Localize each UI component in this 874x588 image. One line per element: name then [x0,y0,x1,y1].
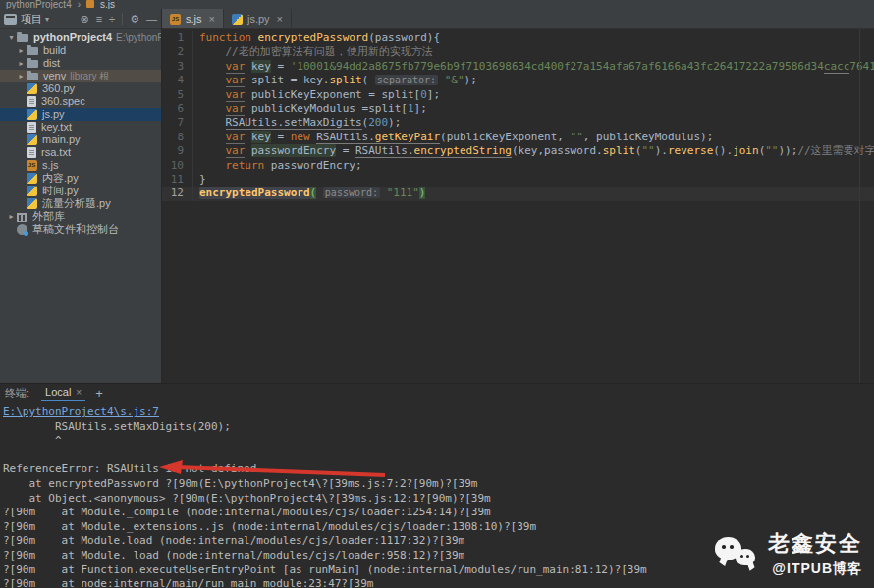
code-line: 5 var publicKeyExponent = split[0]; [162,88,874,102]
line-number: 11 [162,173,193,187]
python-icon [27,109,37,120]
terminal-line: E:\pythonProject4\s.js:7 [3,405,874,420]
tree-item-main-py[interactable]: main.py [0,134,161,146]
locate-file-icon[interactable]: ⊗ [80,14,88,25]
chevron-icon[interactable]: ▾ [6,31,17,44]
tree-item-label: 360.spec [41,95,85,108]
editor-area: s.js×js.py× 1function encryptedPassword(… [162,9,874,383]
tab-s-js[interactable]: s.js× [162,9,224,28]
tree-item-label: pythonProject4 [33,31,112,44]
line-number: 3 [162,60,193,74]
tree-item-path: E:\pythonProject4 [116,31,161,44]
line-number: 10 [162,159,193,173]
breadcrumb-project[interactable]: pythonProject4 [6,0,72,9]
terminal-line: ?[90m at node:internal/main/run_main_mod… [3,577,874,588]
file-icon [27,122,36,133]
libs-icon [17,213,27,222]
tree-item-rsa-txt[interactable]: rsa.txt [0,146,161,159]
code-line: 7 RSAUtils.setMaxDigits(200); [162,116,874,130]
breadcrumb-separator-icon: › [78,0,81,9]
python-icon [27,134,37,145]
line-number: 6 [162,102,193,116]
code-text: } [193,173,206,187]
tree-item-js-py[interactable]: js.py [0,108,161,121]
chevron-icon[interactable]: ▸ [16,44,27,57]
tree-item-external-libraries[interactable]: ▸外部库 [0,210,161,223]
code-line: 12encryptedPassword( password: "111") [162,187,874,200]
breadcrumb-file[interactable]: s.js [100,0,115,9]
code-line: 3 var key = '10001&94dd2a8675fb779e6b9f7… [162,60,874,74]
terminal-line: ?[90m at Module._compile (node:internal/… [3,506,874,520]
window-breadcrumb-bar: pythonProject4 › s.js [0,0,874,9]
chevron-down-icon[interactable]: ▾ [45,15,49,24]
tree-item-traffic-analysis-py[interactable]: 流量分析题.py [0,197,161,210]
wechat-icon [715,535,758,572]
tab-label: s.js [186,13,202,25]
close-icon[interactable]: × [277,13,283,25]
settings-gear-icon[interactable]: ⚙ [130,14,139,25]
tree-item-key-txt[interactable]: key.txt [0,121,161,134]
project-panel-title[interactable]: 项目 [21,12,42,27]
code-text: var publicKeyExponent = split[0]; [193,88,440,102]
folder-icon [27,60,38,68]
tree-item-scratches[interactable]: 草稿文件和控制台 [0,223,161,236]
close-icon[interactable]: × [76,387,82,398]
line-number: 5 [162,88,193,102]
terminal-tool-window: 终端: Local × + E:\pythonProject4\s.js:7 R… [0,383,874,588]
line-number: 12 [162,187,193,200]
chevron-icon[interactable]: ▸ [16,70,27,82]
tree-item-label: 内容.py [42,172,79,185]
watermark-subtitle: @ITPUB博客 [768,561,862,578]
tree-item-root[interactable]: ▾pythonProject4E:\pythonProject4 [0,31,161,44]
python-icon [27,173,37,184]
new-terminal-button[interactable]: + [95,386,103,401]
tree-item-label: s.js [42,159,59,172]
code-text: var publicKeyModulus =split[1]; [193,102,427,116]
tree-item-dist[interactable]: ▸dist [0,57,161,70]
tree-item-s-js[interactable]: s.js [0,159,161,172]
right-margin-guide [859,29,860,383]
code-text: var passwordEncry = RSAUtils.encryptedSt… [193,144,874,158]
tree-item-label: 草稿文件和控制台 [32,223,119,236]
collapse-all-icon[interactable]: ÷ [109,14,115,25]
terminal-line: ^ [3,434,874,449]
project-tool-window: 项目 ▾ ⊗≡÷⚙— ▾pythonProject4E:\pythonProje… [0,9,162,383]
tab-js-py[interactable]: js.py× [224,9,292,28]
line-number: 7 [162,116,193,130]
code-editor[interactable]: 1function encryptedPassword(password){2 … [162,29,874,383]
js-icon [27,160,37,171]
line-number: 4 [162,74,193,87]
tree-item-time-py[interactable]: 时间.py [0,185,161,197]
terminal-line [3,449,874,463]
tree-item-venv[interactable]: ▸venvlibrary 根 [0,70,161,82]
chevron-icon[interactable]: ▸ [6,210,17,223]
js-file-icon [86,0,94,8]
stack-trace-link[interactable]: E:\pythonProject4\s.js:7 [3,405,159,418]
expand-all-icon[interactable]: ≡ [96,14,102,25]
code-line: 4 var split = key.split( separator: "&")… [162,74,874,87]
hide-panel-icon[interactable]: — [146,14,157,25]
tree-item-content-py[interactable]: 内容.py [0,172,161,185]
code-line: 9 var passwordEncry = RSAUtils.encrypted… [162,144,874,158]
tree-item-label: js.py [42,108,65,121]
tree-item-build[interactable]: ▸build [0,44,161,57]
code-text: var split = key.split( separator: "&"); [193,74,477,87]
tree-item-360-spec[interactable]: 360.spec [0,95,161,108]
folder-icon [17,34,28,42]
code-line: 8 var key = new RSAUtils.getKeyPair(publ… [162,131,874,144]
tree-item-label: build [43,44,66,57]
editor-tab-bar: s.js×js.py× [162,9,874,29]
close-icon[interactable]: × [209,13,215,25]
tree-item-path: library 根 [70,70,109,82]
terminal-line: at Object.<anonymous> ?[90m(E:\pythonPro… [3,492,874,507]
tree-item-label: 流量分析题.py [42,197,111,210]
code-text: RSAUtils.setMaxDigits(200); [193,116,401,130]
tree-item-360-py[interactable]: 360.py [0,82,161,95]
toolbar-separator [122,13,123,25]
terminal-panel-title: 终端: [5,386,29,401]
chevron-icon[interactable]: ▸ [16,57,27,70]
terminal-tab-local[interactable]: Local × [41,384,85,401]
line-number: 2 [162,45,193,59]
terminal-line: at encryptedPassword ?[90m(E:\pythonProj… [3,477,874,492]
python-icon [27,198,37,209]
